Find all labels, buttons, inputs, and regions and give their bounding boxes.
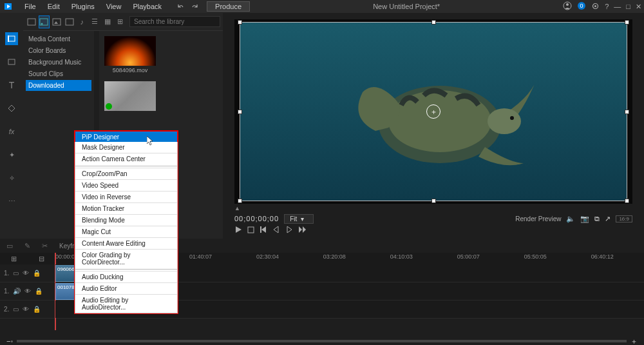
filter-audio-icon[interactable]: ♪ [77, 15, 88, 28]
step-fwd-icon[interactable] [285, 226, 293, 235]
import-icon[interactable] [26, 15, 37, 28]
next-frame-icon[interactable] [298, 226, 307, 235]
svg-marker-29 [147, 136, 153, 145]
minimize-icon[interactable]: — [614, 3, 621, 10]
svg-marker-25 [274, 226, 278, 233]
ctx-crop-zoom-pan[interactable]: Crop/Zoom/Pan [75, 168, 177, 179]
track-visible-icon[interactable]: 👁 [24, 288, 31, 295]
ctx-video-speed[interactable]: Video Speed [75, 179, 177, 191]
step-back-icon[interactable] [272, 226, 280, 235]
filter-color-icon[interactable] [64, 15, 75, 28]
ctx-audio-editor[interactable]: Audio Editor [75, 282, 177, 294]
play-icon[interactable] [234, 226, 242, 235]
ctx-audio-ducking[interactable]: Audio Ducking [75, 271, 177, 282]
track-lock-icon[interactable]: 🔒 [33, 306, 41, 313]
filter-image-icon[interactable] [51, 15, 62, 28]
svg-marker-15 [54, 21, 58, 24]
pencil-icon[interactable]: ✎ [24, 242, 30, 250]
svg-point-13 [41, 23, 43, 25]
filter-video-icon[interactable] [39, 15, 50, 28]
ctx-mask-designer[interactable]: Mask Designer [75, 142, 177, 153]
menu-playback[interactable]: Playback [128, 1, 167, 12]
context-menu: PiP Designer Mask Designer Action Camera… [74, 130, 178, 314]
ctx-pip-designer[interactable]: PiP Designer [75, 132, 177, 143]
track-video-icon[interactable]: ▭ [13, 306, 19, 313]
track-lock-icon[interactable]: 🔒 [33, 270, 41, 277]
volume-icon[interactable]: 🔈 [566, 215, 575, 223]
track-audio-icon[interactable]: 🔊 [13, 288, 21, 295]
preview-frame[interactable]: ＋ [240, 22, 627, 201]
media-thumb-2[interactable] [104, 81, 156, 111]
scissors-icon[interactable]: ✂ [42, 242, 48, 250]
ctx-action-camera[interactable]: Action Camera Center [75, 153, 177, 164]
center-crosshair-icon[interactable]: ＋ [426, 104, 440, 119]
menu-plugins[interactable]: Plugins [66, 1, 100, 12]
track-video-icon[interactable]: ▭ [13, 270, 19, 277]
track-lock-icon[interactable]: 🔒 [35, 288, 43, 295]
menu-file[interactable]: File [19, 1, 41, 12]
ctx-magic-cut[interactable]: Magic Cut [75, 226, 177, 237]
title-room-icon[interactable]: T [5, 79, 18, 92]
cat-media-content[interactable]: Media Content [26, 34, 91, 44]
cat-color-boards[interactable]: Color Boards [26, 45, 91, 56]
app-logo [3, 0, 15, 13]
view-list-icon[interactable]: ☰ [89, 15, 100, 28]
preview-canvas[interactable]: ＋ [234, 19, 632, 204]
menu-edit[interactable]: Edit [43, 1, 65, 12]
tl-toggle-icon[interactable]: ▭ [6, 242, 13, 250]
timecode-display[interactable]: 00;00;00;00 [234, 215, 279, 222]
maximize-icon[interactable]: □ [626, 3, 630, 10]
ctx-audio-director[interactable]: Audio Editing by AudioDirector... [75, 294, 177, 313]
aspect-ratio-display[interactable]: 16:9 [616, 215, 632, 222]
audio-room-icon[interactable]: ✧ [5, 172, 18, 184]
help-icon[interactable]: ? [605, 3, 609, 10]
close-icon[interactable]: ✕ [636, 3, 641, 11]
timeline-scroll[interactable]: − • ＋ [0, 337, 644, 345]
user-icon[interactable] [563, 1, 572, 12]
track-visible-icon[interactable]: 👁 [23, 270, 29, 277]
svg-rect-8 [8, 36, 15, 41]
stop-icon[interactable] [247, 226, 254, 235]
svg-marker-28 [303, 226, 306, 233]
zoom-in-icon[interactable]: ＋ [630, 337, 638, 346]
view-grid-icon[interactable]: ▦ [102, 15, 113, 28]
zoom-fit-select[interactable]: Fit ▾ [284, 214, 314, 224]
svg-rect-22 [248, 227, 254, 233]
notifications-icon[interactable]: 0 [577, 1, 586, 12]
ctx-content-aware[interactable]: Content Aware Editing [75, 237, 177, 249]
scrub-marker-icon[interactable]: ▲ [234, 205, 240, 212]
prev-frame-icon[interactable] [260, 226, 267, 235]
produce-button[interactable]: Produce [207, 1, 250, 12]
more-room-icon[interactable]: ⋯ [5, 195, 18, 208]
gear-icon[interactable] [591, 2, 600, 12]
undo-icon[interactable] [173, 1, 187, 12]
render-preview-button[interactable]: Render Preview [515, 215, 561, 222]
ruler-mode-2-icon[interactable]: ⊟ [39, 255, 44, 263]
snapshot-icon[interactable]: 📷 [580, 215, 589, 223]
menu-view[interactable]: View [101, 1, 127, 12]
cat-sound-clips[interactable]: Sound Clips [26, 68, 91, 79]
ctx-blending-mode[interactable]: Blending Mode [75, 214, 177, 226]
svg-rect-16 [66, 19, 73, 25]
view-detail-icon[interactable]: ⊞ [114, 15, 126, 28]
track-visible-icon[interactable]: 👁 [23, 306, 29, 313]
project-title: New Untitled Project* [250, 3, 563, 10]
media-thumb-1[interactable]: 5084096.mov [104, 36, 156, 74]
cat-downloaded[interactable]: Downloaded [26, 80, 91, 91]
popout-icon[interactable]: ↗ [605, 215, 611, 223]
redo-icon[interactable] [187, 1, 202, 12]
svg-rect-9 [8, 35, 9, 42]
cat-bg-music[interactable]: Background Music [26, 57, 91, 68]
dock-icon[interactable]: ⧉ [594, 215, 600, 223]
ruler-mode-1-icon[interactable]: ⊞ [11, 255, 17, 263]
ctx-video-reverse[interactable]: Video in Reverse [75, 191, 177, 202]
fx-room-icon[interactable]: fx [5, 125, 18, 138]
mouse-cursor-icon [147, 136, 155, 146]
search-input[interactable] [129, 16, 220, 27]
transition-room-icon[interactable] [5, 102, 18, 115]
effect-room-icon[interactable] [5, 55, 18, 68]
ctx-motion-tracker[interactable]: Motion Tracker [75, 202, 177, 214]
particle-room-icon[interactable]: ✦ [5, 148, 18, 161]
ctx-color-grading[interactable]: Color Grading by ColorDirector... [75, 249, 177, 268]
media-room-icon[interactable] [5, 32, 18, 45]
